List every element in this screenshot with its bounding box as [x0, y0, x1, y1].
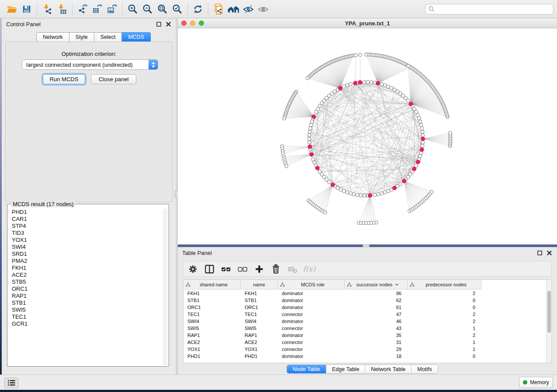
zoom-selected-icon[interactable]: [170, 3, 185, 16]
network-node[interactable]: [349, 83, 352, 86]
network-node[interactable]: [380, 83, 384, 86]
cell-successor-nodes[interactable]: 61: [345, 304, 408, 311]
mcds-node[interactable]: [421, 137, 425, 141]
network-edge[interactable]: [378, 66, 408, 83]
network-edge[interactable]: [369, 55, 378, 83]
task-history-button[interactable]: [4, 378, 18, 388]
show-columns-icon[interactable]: [204, 263, 215, 275]
cell-shared-name[interactable]: SWI5: [183, 325, 241, 332]
network-node[interactable]: [308, 127, 312, 130]
import-network-icon[interactable]: [40, 3, 55, 16]
criterion-dropdown[interactable]: largest connected component (undirected): [22, 59, 158, 70]
network-edge[interactable]: [410, 67, 411, 104]
table-row[interactable]: PHD1PHD1dominator180: [183, 353, 546, 360]
network-edge[interactable]: [310, 185, 333, 202]
network-edge[interactable]: [370, 89, 394, 195]
cell-MCDS-role[interactable]: dominator: [278, 353, 345, 360]
table-settings-icon[interactable]: [187, 263, 198, 275]
network-edge[interactable]: [408, 66, 411, 104]
network-edge[interactable]: [318, 185, 332, 208]
table-row[interactable]: FKH1FKH1dominator962: [183, 290, 546, 297]
network-window-titlebar[interactable]: YPA_prune.txt_1: [178, 18, 557, 28]
mcds-result-item[interactable]: TID3: [12, 230, 163, 237]
mcds-node[interactable]: [308, 145, 312, 149]
network-node[interactable]: [421, 144, 424, 148]
table-scrollbar-thumb[interactable]: [547, 291, 551, 333]
network-node[interactable]: [363, 80, 366, 84]
network-edge[interactable]: [404, 181, 423, 201]
network-node[interactable]: [285, 165, 288, 168]
mcds-result-item[interactable]: TEC1: [12, 313, 163, 320]
mcds-node[interactable]: [416, 160, 420, 164]
network-node[interactable]: [421, 134, 425, 137]
cell-shared-name[interactable]: ORC1: [183, 304, 241, 311]
cell-shared-name[interactable]: RAP1: [183, 332, 241, 339]
network-canvas[interactable]: [178, 28, 557, 244]
network-node[interactable]: [309, 123, 313, 127]
network-node[interactable]: [373, 193, 377, 197]
cell-name[interactable]: ORC1: [241, 304, 278, 311]
cell-shared-name[interactable]: SWI4: [183, 318, 241, 325]
save-session-icon[interactable]: [19, 3, 34, 16]
mcds-node[interactable]: [312, 115, 316, 119]
cell-name[interactable]: STB1: [241, 297, 278, 304]
network-edge[interactable]: [404, 181, 416, 206]
cell-predecessor-nodes[interactable]: 2: [408, 290, 481, 297]
export-table-icon[interactable]: [90, 3, 105, 16]
network-node[interactable]: [352, 193, 356, 196]
network-node[interactable]: [315, 110, 318, 114]
network-node[interactable]: [349, 192, 352, 195]
network-edge[interactable]: [320, 185, 332, 209]
network-node[interactable]: [387, 85, 390, 88]
network-edge[interactable]: [404, 181, 430, 194]
new-network-from-selection-icon[interactable]: [211, 3, 226, 16]
network-node[interactable]: [342, 85, 346, 88]
mcds-node[interactable]: [420, 148, 424, 151]
table-row[interactable]: SWI5SWI5connector431: [183, 325, 546, 332]
mcds-node[interactable]: [412, 167, 416, 171]
cell-shared-name[interactable]: STB1: [183, 297, 241, 304]
export-network-icon[interactable]: [75, 3, 90, 16]
table-row[interactable]: RAP1RAP1dominator352: [183, 332, 546, 339]
tab-node-table[interactable]: Node Table: [287, 365, 326, 373]
column-header-predecessor-nodes[interactable]: predecessor nodes: [408, 280, 481, 289]
table-row[interactable]: SWI4SWI4dominator462: [183, 318, 546, 325]
column-header-shared-name[interactable]: shared name: [183, 280, 241, 289]
network-edge[interactable]: [313, 185, 333, 204]
cell-predecessor-nodes[interactable]: 2: [408, 332, 481, 339]
tab-network-table[interactable]: Network Table: [365, 365, 411, 373]
network-edge[interactable]: [282, 146, 310, 147]
cell-successor-nodes[interactable]: 18: [345, 353, 408, 360]
network-node[interactable]: [380, 192, 384, 195]
network-node[interactable]: [421, 130, 424, 134]
cell-successor-nodes[interactable]: 35: [345, 332, 408, 339]
network-node[interactable]: [449, 131, 452, 135]
network-node[interactable]: [383, 191, 387, 194]
mcds-list-scrollbar[interactable]: [163, 209, 168, 365]
network-node[interactable]: [421, 141, 425, 144]
cell-name[interactable]: SWI5: [241, 325, 278, 332]
cell-name[interactable]: TEC1: [241, 311, 278, 318]
cell-MCDS-role[interactable]: connector: [278, 346, 345, 353]
mcds-result-item[interactable]: STP4: [12, 223, 163, 230]
network-edge[interactable]: [378, 60, 396, 83]
cell-MCDS-role[interactable]: connector: [278, 311, 345, 318]
cell-name[interactable]: FKH1: [241, 290, 278, 297]
mcds-result-item[interactable]: SWI5: [12, 306, 163, 313]
column-header-name[interactable]: name: [241, 280, 278, 289]
mcds-result-item[interactable]: FKH1: [12, 265, 163, 272]
network-node[interactable]: [359, 53, 362, 57]
delete-row-icon[interactable]: [270, 263, 281, 275]
network-node[interactable]: [417, 117, 421, 120]
tab-mcds[interactable]: MCDS: [122, 32, 151, 42]
cell-shared-name[interactable]: YOX1: [183, 346, 241, 353]
float-panel-icon[interactable]: [155, 21, 162, 28]
mcds-node[interactable]: [331, 183, 335, 187]
network-edge[interactable]: [312, 74, 340, 88]
float-table-panel-icon[interactable]: [536, 249, 543, 256]
column-header-successor-nodes[interactable]: successor nodes: [345, 280, 408, 289]
network-edge[interactable]: [283, 147, 310, 151]
tab-style[interactable]: Style: [69, 32, 94, 42]
cell-MCDS-role[interactable]: connector: [278, 325, 345, 332]
import-table-icon[interactable]: [55, 3, 69, 16]
